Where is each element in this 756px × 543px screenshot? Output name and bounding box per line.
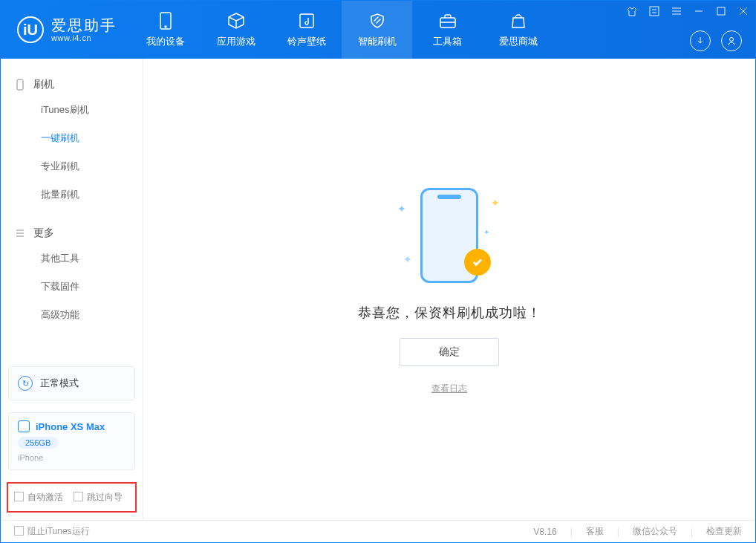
device-icon	[156, 11, 175, 30]
phone-icon	[14, 79, 26, 91]
success-illustration: ✦ ✦ ✦ ✦	[390, 183, 509, 287]
sidebar-group-flash: 刷机 iTunes刷机 一键刷机 专业刷机 批量刷机	[1, 74, 143, 209]
cube-icon	[227, 11, 246, 30]
sidebar-item-pro-flash[interactable]: 专业刷机	[1, 152, 143, 181]
sparkle-icon: ✦	[483, 228, 489, 236]
device-type: iPhone	[18, 453, 126, 462]
tab-label: 应用游戏	[217, 35, 255, 48]
svg-point-6	[730, 38, 734, 42]
tab-smart-flash[interactable]: 智能刷机	[342, 1, 412, 59]
sparkle-icon: ✦	[403, 253, 412, 265]
svg-point-1	[165, 26, 166, 27]
close-button[interactable]	[737, 5, 749, 17]
titlebar: iU 爱思助手 www.i4.cn 我的设备 应用游戏 铃声壁纸 智能刷机 工具…	[1, 1, 755, 59]
mode-icon: ↻	[18, 376, 33, 391]
tab-label: 我的设备	[146, 35, 185, 48]
bag-icon	[509, 11, 528, 30]
flash-options-highlight: 自动激活 跳过向导	[7, 482, 137, 513]
download-icon[interactable]	[690, 30, 711, 51]
sidebar: 刷机 iTunes刷机 一键刷机 专业刷机 批量刷机 更多 其他工具 下载固件 …	[1, 59, 143, 520]
sparkle-icon: ✦	[397, 203, 406, 215]
checkbox-auto-activate[interactable]: 自动激活	[14, 491, 63, 504]
header-right-actions	[690, 30, 742, 51]
checkbox-block-itunes[interactable]: 阻止iTunes运行	[14, 525, 90, 538]
sidebar-group-more: 更多 其他工具 下载固件 高级功能	[1, 222, 143, 329]
status-link-update[interactable]: 检查更新	[706, 525, 742, 538]
music-icon	[297, 11, 316, 30]
tab-ringtones-wallpapers[interactable]: 铃声壁纸	[271, 1, 342, 59]
mode-card[interactable]: ↻ 正常模式	[8, 366, 135, 400]
checkbox-skip-guide[interactable]: 跳过向导	[74, 491, 123, 504]
view-log-link[interactable]: 查看日志	[431, 383, 467, 395]
group-title: 刷机	[33, 78, 54, 91]
toolbox-icon	[438, 11, 457, 30]
tab-apps-games[interactable]: 应用游戏	[201, 1, 271, 59]
storage-badge: 256GB	[18, 437, 58, 449]
ok-button[interactable]: 确定	[400, 338, 499, 366]
app-logo: iU 爱思助手 www.i4.cn	[1, 1, 130, 59]
user-icon[interactable]	[721, 30, 742, 51]
tab-label: 智能刷机	[358, 35, 397, 48]
sidebar-item-itunes-flash[interactable]: iTunes刷机	[1, 96, 143, 124]
main-content: ✦ ✦ ✦ ✦ 恭喜您，保资料刷机成功啦！ 确定 查看日志	[143, 59, 755, 520]
success-message: 恭喜您，保资料刷机成功啦！	[358, 304, 541, 322]
logo-icon: iU	[17, 16, 44, 43]
shirt-icon[interactable]	[626, 5, 638, 17]
window-controls	[626, 5, 749, 17]
app-title: 爱思助手	[51, 17, 117, 33]
status-link-wechat[interactable]: 微信公众号	[633, 525, 677, 538]
check-icon	[464, 249, 491, 276]
sidebar-item-advanced[interactable]: 高级功能	[1, 301, 143, 329]
status-link-support[interactable]: 客服	[586, 525, 604, 538]
device-card[interactable]: iPhone XS Max 256GB iPhone	[8, 412, 135, 470]
list-icon[interactable]	[648, 5, 660, 17]
sidebar-item-other-tools[interactable]: 其他工具	[1, 244, 143, 273]
svg-rect-5	[717, 7, 725, 15]
shield-icon	[368, 11, 387, 30]
tab-label: 铃声壁纸	[287, 35, 326, 48]
statusbar: 阻止iTunes运行 V8.16 | 客服 | 微信公众号 | 检查更新	[1, 520, 755, 542]
device-name: iPhone XS Max	[36, 421, 105, 432]
svg-rect-7	[17, 79, 23, 90]
tab-store[interactable]: 爱思商城	[483, 1, 553, 59]
sidebar-item-batch-flash[interactable]: 批量刷机	[1, 181, 143, 209]
sidebar-item-oneclick-flash[interactable]: 一键刷机	[1, 124, 143, 152]
svg-rect-4	[650, 7, 659, 16]
sparkle-icon: ✦	[491, 197, 500, 209]
sidebar-group-header: 更多	[1, 222, 143, 244]
minimize-button[interactable]	[693, 5, 705, 17]
tab-my-device[interactable]: 我的设备	[130, 1, 201, 59]
sidebar-item-download-firmware[interactable]: 下载固件	[1, 273, 143, 301]
phone-icon	[18, 420, 30, 432]
sidebar-group-header: 刷机	[1, 74, 143, 96]
list-icon	[14, 227, 26, 239]
maximize-button[interactable]	[715, 5, 727, 17]
version-label: V8.16	[533, 527, 556, 537]
menu-icon[interactable]	[671, 5, 682, 17]
tab-toolbox[interactable]: 工具箱	[412, 1, 483, 59]
tab-label: 爱思商城	[499, 35, 538, 48]
tab-label: 工具箱	[433, 35, 462, 48]
mode-label: 正常模式	[40, 377, 79, 390]
group-title: 更多	[33, 227, 54, 240]
app-subtitle: www.i4.cn	[51, 33, 117, 42]
svg-rect-2	[300, 14, 313, 27]
